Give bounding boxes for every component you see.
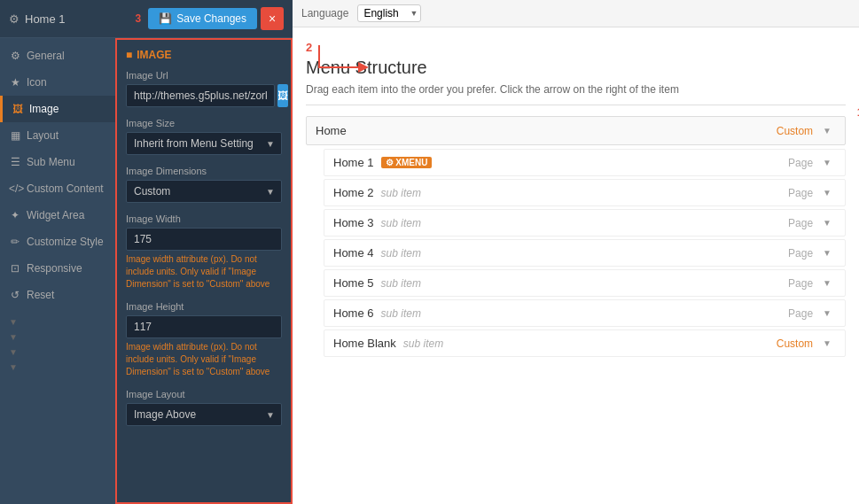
home5-type: Page — [788, 277, 813, 290]
home3-sub: sub item — [381, 217, 421, 229]
home-blank-type: Custom — [777, 337, 813, 350]
image-size-select-wrapper: Inherit from Menu Setting Custom Thumbna… — [126, 132, 282, 155]
home1-item-left: Home 1 ⚙ XMENU — [333, 156, 432, 169]
nav-item-general[interactable]: ⚙ General — [0, 43, 115, 69]
home5-dropdown-arrow[interactable]: ▼ — [818, 276, 836, 290]
home2-name: Home 2 — [333, 186, 374, 199]
home3-name: Home 3 — [333, 216, 374, 229]
home3-left: Home 3 sub item — [333, 216, 421, 229]
section-title-text: IMAGE — [137, 49, 171, 61]
annotation-3: 3 — [136, 12, 142, 25]
nav-label-submenu: Sub Menu — [27, 156, 75, 168]
gear-icon: ⚙ — [9, 12, 20, 26]
image-layout-group: Image Layout Image Above Image Below Ima… — [126, 389, 282, 426]
image-content-area: ■ IMAGE Image Url 🖼 Image Size Inher — [115, 38, 293, 504]
home6-type: Page — [788, 307, 813, 320]
home4-sub: sub item — [381, 247, 421, 260]
home6-right: Page ▼ — [788, 306, 836, 320]
nav-label-customize: Customize Style — [27, 236, 104, 248]
expand-arrows: ▼ ▼ ▼ ▼ — [0, 314, 115, 376]
nav-label-general: General — [27, 50, 65, 62]
home-item-name: Home — [316, 124, 347, 137]
menu-item-home2[interactable]: Home 2 sub item Page ▼ — [324, 179, 846, 206]
nav-label-custom-content: Custom Content — [27, 182, 104, 195]
nav-label-image: Image — [29, 103, 59, 115]
language-select[interactable]: English French German Spanish — [357, 4, 421, 22]
home4-dropdown-arrow[interactable]: ▼ — [818, 246, 836, 260]
home2-left: Home 2 sub item — [333, 186, 421, 199]
nav-item-sub-menu[interactable]: ☰ Sub Menu — [0, 149, 115, 175]
menu-drag-hint: Drag each item into the order you prefer… — [306, 83, 846, 105]
menu-item-home[interactable]: Home Custom ▼ — [306, 116, 846, 145]
menu-item-home3[interactable]: Home 3 sub item Page ▼ — [324, 209, 846, 236]
image-height-input[interactable] — [126, 315, 282, 338]
image-height-label: Image Height — [126, 301, 282, 312]
image-width-input[interactable] — [126, 228, 282, 251]
image-layout-label: Image Layout — [126, 389, 282, 399]
home5-left: Home 5 sub item — [333, 276, 421, 290]
home-blank-left: Home Blank sub item — [333, 337, 443, 350]
submenu-icon: ☰ — [9, 156, 21, 168]
save-changes-button[interactable]: 💾 Save Changes — [148, 8, 257, 29]
image-width-hint: Image width attribute (px). Do not inclu… — [126, 253, 282, 291]
nav-item-custom-content[interactable]: </> Custom Content — [0, 175, 115, 202]
home-row-container: Home Custom ▼ 1 — [306, 116, 846, 145]
photo-icon: 🖼 — [277, 89, 288, 102]
menu-item-home6[interactable]: Home 6 sub item Page ▼ — [324, 299, 846, 327]
customize-icon: ✏ — [9, 236, 21, 248]
image-width-group: Image Width Image width attribute (px). … — [126, 213, 282, 291]
image-height-group: Image Height Image width attribute (px).… — [126, 301, 282, 378]
panel-title-container: ⚙ Home 1 — [9, 12, 66, 26]
home3-dropdown-arrow[interactable]: ▼ — [818, 216, 836, 229]
nav-item-layout[interactable]: ▦ Layout — [0, 122, 115, 149]
left-panel-header: ⚙ Home 1 3 💾 Save Changes × — [0, 0, 293, 38]
home1-dropdown-arrow[interactable]: ▼ — [818, 156, 836, 169]
nav-item-customize-style[interactable]: ✏ Customize Style — [0, 229, 115, 255]
menu-structure-title: Menu Structure — [306, 58, 846, 78]
home-type-badge: Custom — [777, 125, 813, 137]
home6-dropdown-arrow[interactable]: ▼ — [818, 306, 836, 320]
home-item-left: Home — [316, 124, 347, 137]
home2-dropdown-arrow[interactable]: ▼ — [818, 186, 836, 199]
home-dropdown-arrow[interactable]: ▼ — [818, 124, 836, 137]
menu-item-home4[interactable]: Home 4 sub item Page ▼ — [324, 239, 846, 267]
annotation-2-container: 2 — [306, 41, 312, 54]
close-button[interactable]: × — [261, 7, 284, 30]
menu-item-home1[interactable]: Home 1 ⚙ XMENU Page ▼ — [324, 149, 846, 176]
menu-item-home-blank[interactable]: Home Blank sub item Custom ▼ — [324, 330, 846, 357]
panel-body: ⚙ General ★ Icon 🖼 Image ▦ Layout ☰ Sub … — [0, 38, 293, 504]
home1-item-right: Page ▼ — [788, 156, 836, 169]
image-url-input[interactable] — [126, 84, 275, 107]
home6-sub: sub item — [381, 307, 421, 320]
image-browse-button[interactable]: 🖼 — [277, 84, 288, 107]
image-dimensions-select[interactable]: Custom Auto — [126, 180, 282, 203]
reset-icon: ↺ — [9, 289, 21, 301]
nav-item-icon[interactable]: ★ Icon — [0, 69, 115, 96]
menu-item-home5[interactable]: Home 5 sub item Page ▼ — [324, 269, 846, 297]
image-icon: ■ — [126, 49, 132, 61]
home2-type: Page — [788, 187, 813, 199]
right-top-bar: Language English French German Spanish — [293, 0, 859, 27]
home4-name: Home 4 — [333, 246, 374, 260]
image-size-select[interactable]: Inherit from Menu Setting Custom Thumbna… — [126, 132, 282, 155]
image-layout-select[interactable]: Image Above Image Below Image Left Image… — [126, 403, 282, 426]
responsive-icon: ⊡ — [9, 262, 21, 275]
home1-name: Home 1 — [333, 156, 374, 169]
home6-left: Home 6 sub item — [333, 306, 421, 320]
home1-type: Page — [788, 157, 813, 169]
xmenu-tag: ⚙ XMENU — [381, 157, 433, 168]
image-layout-select-wrapper: Image Above Image Below Image Left Image… — [126, 403, 282, 426]
nav-item-widget-area[interactable]: ✦ Widget Area — [0, 202, 115, 229]
nav-item-reset[interactable]: ↺ Reset — [0, 282, 115, 308]
home4-type: Page — [788, 247, 813, 260]
nav-item-image[interactable]: 🖼 Image — [0, 96, 115, 122]
panel-title: Home 1 — [25, 12, 66, 26]
image-dimensions-group: Image Dimensions Custom Auto — [126, 166, 282, 203]
right-panel: Language English French German Spanish 2 — [293, 0, 859, 504]
home-blank-dropdown-arrow[interactable]: ▼ — [818, 337, 836, 350]
nav-item-responsive[interactable]: ⊡ Responsive — [0, 255, 115, 282]
nav-label-reset: Reset — [27, 289, 54, 301]
icon-icon: ★ — [9, 76, 21, 89]
image-width-label: Image Width — [126, 213, 282, 224]
image-nav-icon: 🖼 — [12, 103, 24, 115]
